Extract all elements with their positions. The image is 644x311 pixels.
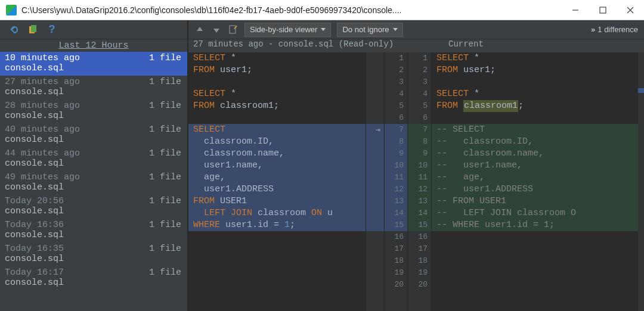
diff-body: SELECT *FROM user1;SELECT *FROM classroo…: [188, 52, 644, 311]
code-line: -- classroom.name,: [432, 148, 638, 160]
history-filecount: 1 file: [149, 172, 181, 182]
diff-content: Side-by-side viewer Do not ignore » 1 di…: [188, 20, 644, 311]
line-number: 8: [385, 136, 407, 148]
revert-icon[interactable]: [8, 24, 19, 35]
history-time: Today 20:56: [5, 196, 64, 206]
app-icon: [6, 5, 17, 15]
splitter-handle[interactable]: ⋮: [0, 174, 3, 182]
history-time: 27 minutes ago: [5, 77, 80, 87]
line-number: 3: [385, 76, 407, 88]
gutter-cell: [366, 195, 384, 207]
code-line: -- user1.ADDRESS: [432, 184, 638, 195]
code-line: SELECT: [188, 124, 366, 136]
history-time: 10 minutes ago: [5, 53, 80, 63]
maximize-button[interactable]: [589, 0, 617, 20]
history-item[interactable]: 44 minutes ago1 fileconsole.sql: [0, 147, 187, 171]
history-filecount: 1 file: [149, 125, 181, 135]
minimize-button[interactable]: [562, 0, 589, 20]
gutter-cell: [366, 52, 384, 64]
history-filename: console.sql: [5, 63, 181, 73]
history-filename: console.sql: [5, 111, 181, 121]
gutter-cell: [366, 76, 384, 88]
code-line: user1.name,: [188, 160, 366, 172]
line-number: 10: [385, 160, 407, 172]
left-code-pane[interactable]: SELECT *FROM user1;SELECT *FROM classroo…: [188, 52, 366, 311]
code-line: -- classroom.ID,: [432, 136, 638, 148]
arrow-down-icon[interactable]: [211, 24, 222, 35]
code-line: FROM classroom1;: [188, 100, 366, 112]
ignore-mode-dropdown[interactable]: Do not ignore: [337, 23, 402, 37]
change-marker[interactable]: [638, 88, 644, 93]
right-marker-stripe[interactable]: [638, 52, 644, 311]
history-item[interactable]: 10 minutes ago1 fileconsole.sql: [0, 52, 187, 76]
line-number: 18: [385, 255, 407, 267]
line-number: 14: [385, 207, 407, 219]
viewer-mode-label: Side-by-side viewer: [250, 25, 317, 34]
history-filename: console.sql: [5, 206, 181, 216]
history-item[interactable]: 40 minutes ago1 fileconsole.sql: [0, 123, 187, 147]
line-number: 2: [408, 64, 431, 76]
history-filecount: 1 file: [149, 244, 181, 254]
code-line: age,: [188, 172, 366, 184]
line-number: 9: [408, 148, 431, 160]
history-filename: console.sql: [5, 135, 181, 145]
line-number: 19: [385, 267, 407, 279]
history-filecount: 1 file: [149, 101, 181, 111]
history-filename: console.sql: [5, 87, 181, 97]
code-line: WHERE user1.id = 1;: [188, 219, 366, 231]
patch-icon[interactable]: [27, 24, 38, 35]
code-line: FROM user1;: [432, 64, 638, 76]
history-time: 44 minutes ago: [5, 148, 80, 158]
close-button[interactable]: [617, 0, 644, 20]
right-code-pane[interactable]: SELECT *FROM user1;SELECT *FROM classroo…: [432, 52, 638, 311]
svg-rect-5: [31, 25, 36, 32]
history-item[interactable]: Today 20:561 fileconsole.sql: [0, 195, 187, 219]
arrow-up-icon[interactable]: [194, 24, 205, 35]
gutter-cell: [366, 112, 384, 124]
sidebar-toolbar: ?: [0, 20, 187, 39]
history-item[interactable]: 49 minutes ago1 fileconsole.sql: [0, 171, 187, 195]
ignore-mode-label: Do not ignore: [342, 25, 389, 34]
code-line: FROM user1;: [188, 64, 366, 76]
history-item[interactable]: 27 minutes ago1 fileconsole.sql: [0, 76, 187, 99]
history-time: 28 minutes ago: [5, 101, 80, 111]
history-list: 10 minutes ago1 fileconsole.sql27 minute…: [0, 52, 187, 311]
chevrons-icon: »: [591, 25, 594, 34]
diff-toolbar: Side-by-side viewer Do not ignore » 1 di…: [188, 20, 644, 39]
history-item[interactable]: Today 16:361 fileconsole.sql: [0, 219, 187, 242]
window-title: C:\Users\ywu\.DataGrip2016.2\config\cons…: [21, 5, 562, 15]
code-line: [188, 231, 366, 243]
history-filename: console.sql: [5, 254, 181, 264]
history-filename: console.sql: [5, 278, 181, 288]
left-pane-title: 27 minutes ago - console.sql (Read-only): [188, 39, 445, 52]
code-line: -- LEFT JOIN classroom O: [432, 207, 638, 219]
code-line: -- SELECT: [432, 124, 638, 136]
help-icon[interactable]: ?: [47, 24, 57, 35]
line-number: 9: [385, 148, 407, 160]
viewer-mode-dropdown[interactable]: Side-by-side viewer: [244, 23, 331, 37]
history-item[interactable]: Today 16:351 fileconsole.sql: [0, 242, 187, 266]
history-time: 40 minutes ago: [5, 125, 80, 135]
svg-rect-6: [230, 26, 236, 33]
line-number: 12: [385, 184, 407, 195]
edit-icon[interactable]: [228, 24, 239, 35]
line-number: 15: [385, 219, 407, 231]
history-item[interactable]: 28 minutes ago1 fileconsole.sql: [0, 99, 187, 123]
code-line: -- user1.name,: [432, 160, 638, 172]
line-number: 1: [385, 52, 407, 64]
code-line: [432, 231, 638, 243]
code-line: -- WHERE user1.id = 1;: [432, 219, 638, 231]
code-line: [432, 267, 638, 279]
code-line: [188, 76, 366, 88]
history-item[interactable]: Today 16:171 fileconsole.sql: [0, 266, 187, 290]
center-gutter: ⇥: [366, 52, 384, 311]
line-number: 20: [408, 279, 431, 291]
code-line: -- age,: [432, 172, 638, 184]
line-number: 13: [408, 195, 431, 207]
line-number: 2: [385, 64, 407, 76]
code-line: user1.ADDRESS: [188, 184, 366, 195]
gutter-cell: [366, 136, 384, 148]
line-number: 1: [408, 52, 431, 64]
chevron-down-icon: [393, 28, 398, 31]
line-number: 5: [408, 100, 431, 112]
